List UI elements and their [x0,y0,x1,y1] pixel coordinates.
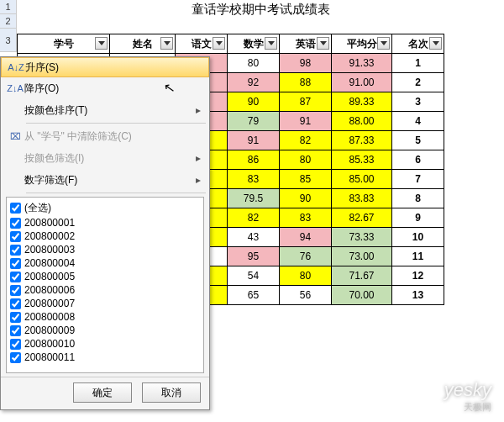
header-avg: 平均分 [332,34,392,54]
filter-value-checkbox[interactable]: 200800006 [10,283,200,297]
row-header[interactable]: 3 [0,29,17,52]
filter-value-checkbox[interactable]: 200800003 [10,243,200,256]
cancel-button[interactable]: 取消 [142,382,201,403]
filter-dropdown-rank[interactable] [429,37,442,50]
header-c2: 数学 [228,34,280,54]
filter-values-panel[interactable]: (全选) 20080000120080000220080000320080000… [6,197,204,373]
filter-menu: A↓Z 升序(S) Z↓A 降序(O) 按颜色排序(T)▸ ⌧ 从 "学号" 中… [0,56,210,410]
row-header[interactable]: 1 [0,0,17,14]
ok-button[interactable]: 确定 [73,382,132,403]
select-all-checkbox[interactable]: (全选) [10,201,200,214]
header-rank: 名次 [392,34,444,54]
clear-filter-icon: ⌧ [6,131,24,142]
sheet-title: 童话学校期中考试成绩表 [17,0,504,18]
filter-value-checkbox[interactable]: 200800010 [10,337,200,351]
sort-desc-item[interactable]: Z↓A 降序(O) [1,77,209,99]
filter-value-checkbox[interactable]: 200800007 [10,297,200,310]
filter-dropdown-c3[interactable] [317,37,329,50]
sort-by-color-item[interactable]: 按颜色排序(T)▸ [1,99,209,121]
sort-asc-icon: A↓Z [7,62,25,72]
menu-separator [26,193,206,193]
filter-value-checkbox[interactable]: 200800011 [10,351,200,364]
header-c1: 语文 [176,34,228,54]
sort-asc-item[interactable]: A↓Z 升序(S) [1,57,209,77]
filter-value-checkbox[interactable]: 200800009 [10,324,200,337]
filter-dropdown-c1[interactable] [213,37,225,50]
filter-value-checkbox[interactable]: 200800008 [10,310,200,324]
clear-filter-item: ⌧ 从 "学号" 中清除筛选(C) [1,125,209,147]
filter-dropdown-c2[interactable] [265,37,277,50]
row-header[interactable]: 2 [0,14,17,29]
filter-dropdown-id[interactable] [95,37,108,50]
header-name: 姓名 [110,34,176,54]
filter-value-checkbox[interactable]: 200800002 [10,229,200,243]
watermark: yesky 天极网 [444,379,491,414]
filter-dropdown-name[interactable] [160,37,173,50]
chevron-right-icon: ▸ [196,152,201,164]
chevron-right-icon: ▸ [196,174,201,186]
header-c3: 英语 [280,34,332,54]
sort-desc-icon: Z↓A [6,83,24,93]
filter-value-checkbox[interactable]: 200800004 [10,256,200,270]
number-filter-item[interactable]: 数字筛选(F)▸ [1,169,209,191]
header-id: 学号 [18,34,110,54]
menu-separator [26,123,206,124]
filter-value-checkbox[interactable]: 200800001 [10,216,200,229]
filter-by-color-item: 按颜色筛选(I)▸ [1,147,209,169]
filter-dropdown-avg[interactable] [377,37,390,50]
filter-value-checkbox[interactable]: 200800005 [10,270,200,283]
chevron-right-icon: ▸ [196,104,201,116]
